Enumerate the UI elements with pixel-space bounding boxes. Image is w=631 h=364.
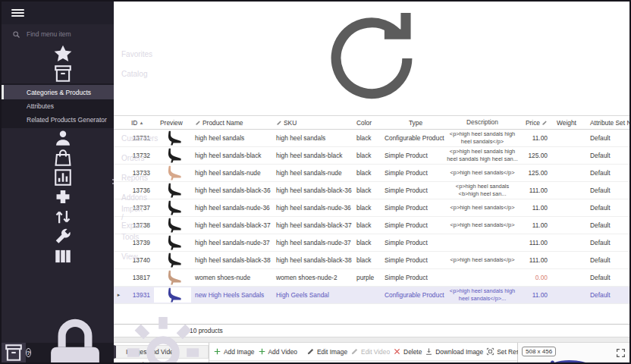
cell-attribute-set: Default [582, 239, 629, 246]
sidebar-item-tools[interactable]: Tools [2, 227, 114, 246]
add-video-button[interactable]: Add Video [258, 347, 298, 356]
edit-video-button[interactable]: Edit Video [350, 347, 390, 356]
table-row[interactable]: 13740 high heel sandals-black-38 high he… [114, 252, 629, 269]
table-row[interactable]: 13732 high heel sandals-black high heel … [114, 147, 629, 165]
cell-type: Simple Product [381, 221, 447, 229]
cell-type: Simple Product [381, 187, 447, 194]
import-export-arrows-icon [12, 207, 114, 227]
sidebar-item-view[interactable]: View [2, 246, 114, 266]
cell-sku: high heel sandals-black-37 [273, 221, 355, 229]
sidebar-item-reports[interactable]: Reports [2, 168, 114, 187]
sidebar-search[interactable]: Find menu item [2, 24, 114, 44]
table-row[interactable]: 13733 high heel sandals-nude high heel s… [114, 165, 629, 182]
sidebar-item-related-products-generator[interactable]: Related Products Generator [2, 113, 114, 127]
cell-price: 11.00 [518, 204, 551, 212]
shoe-thumbnail [164, 200, 182, 215]
plus-icon [258, 347, 266, 356]
cell-product-name: high heel sandals-nude-36 [191, 204, 273, 212]
sidebar-item-customers[interactable]: Customers [2, 128, 114, 148]
cell-preview [154, 130, 191, 146]
sidebar-item-addons[interactable]: Addons [2, 187, 114, 207]
column-header-description[interactable]: Description [447, 118, 518, 127]
cell-sku: high heel sandals-nude-36 [273, 204, 355, 212]
sidebar-item-label: Categories & Products [27, 89, 91, 96]
shoe-thumbnail [164, 218, 182, 233]
delete-image-button[interactable]: Delete [393, 347, 422, 356]
column-header-type[interactable]: Type [381, 119, 447, 127]
cell-price: 111.00 [518, 239, 551, 246]
column-header-weight[interactable]: Weight [551, 119, 582, 127]
cell-product-name: high heel sandals-black-37 [191, 221, 273, 229]
wrench-icon [12, 227, 114, 246]
cell-description: <p>high heel sandals</p> [447, 169, 518, 177]
cell-type: Simple Product [381, 169, 447, 177]
table-row[interactable]: 13739 high heel sandals-nude-37 high hee… [114, 234, 629, 252]
cell-color: black [355, 239, 381, 246]
sidebar-item-label: Orders [121, 154, 145, 162]
cell-description: <p>high heel sandals</p> [447, 221, 518, 229]
sidebar-item-orders[interactable]: Orders [2, 148, 114, 168]
search-icon [12, 30, 20, 39]
download-image-button[interactable]: Download Image [425, 347, 483, 356]
fullscreen-icon[interactable] [616, 348, 626, 358]
images-panel: Add Image Add Video Edit Image Edit Vide… [209, 343, 518, 362]
cell-attribute-set: Default [582, 256, 629, 264]
column-header-sku[interactable]: SKU [273, 119, 355, 127]
sidebar-item-import-export[interactable]: Import / Export [2, 207, 114, 227]
sidebar-footer: ? [2, 343, 114, 362]
lock-button[interactable] [31, 296, 119, 364]
table-row[interactable]: 13738 high heel sandals-black-37 high he… [114, 217, 629, 234]
bar-chart-icon [12, 168, 114, 187]
cell-preview [154, 270, 191, 285]
sidebar-item-label: Import / Export [121, 205, 143, 230]
sidebar-item-label: Addons [121, 193, 147, 202]
column-header-product-name[interactable]: Product Name [191, 119, 273, 127]
cell-attribute-set: Default [582, 152, 629, 159]
edit-image-button[interactable]: Edit Image [306, 347, 347, 356]
cell-type: Simple Product [381, 152, 447, 159]
cell-product-name: high heel sandals-black-38 [191, 256, 273, 264]
sidebar-resize-handle[interactable] [111, 174, 115, 188]
cell-price: 11.00 [518, 134, 551, 142]
cell-preview [154, 165, 191, 180]
sidebar-item-favorites[interactable]: Favorites [2, 44, 114, 64]
sidebar-item-attributes[interactable]: Attributes [2, 99, 114, 113]
catalog-mode-button[interactable] [2, 343, 26, 362]
cell-attribute-set: Default [582, 169, 629, 177]
cell-sku: high heel sandals-nude-37 [273, 239, 355, 246]
sidebar-item-categories-products[interactable]: Categories & Products [2, 85, 114, 99]
sidebar-item-label: Favorites [121, 50, 152, 58]
cell-color: black [355, 221, 381, 229]
cell-preview [154, 218, 191, 233]
add-image-button[interactable]: Add Image [213, 347, 255, 356]
refresh-button[interactable] [118, 2, 625, 115]
column-header-preview[interactable]: Preview [154, 119, 191, 127]
table-row[interactable]: 13737 high heel sandals-nude-36 high hee… [114, 199, 629, 217]
shoe-thumbnail [164, 148, 182, 163]
cell-preview [154, 253, 191, 268]
column-header-attribute-set[interactable]: Attribute Set Name [582, 119, 629, 127]
store-manager-window: Find menu item Favorites Catalog Categor… [0, 0, 631, 364]
table-row[interactable]: 13736 high heel sandals-black-36 high he… [114, 182, 629, 199]
table-row[interactable]: 13731 high heel sandals high heel sandal… [114, 130, 629, 147]
cell-product-name: high heel sandals-nude [191, 169, 273, 177]
catalog-box-icon [12, 64, 114, 83]
column-header-id[interactable]: ID▲ [124, 119, 154, 127]
settings-gear-button[interactable] [119, 296, 207, 364]
sidebar-item-catalog[interactable]: Catalog [2, 64, 114, 83]
sidebar: Find menu item Favorites Catalog Categor… [2, 2, 114, 362]
column-header-price[interactable]: Price [518, 119, 551, 127]
table-row[interactable]: 13817 women shoes-nude women shoes-nude-… [114, 269, 629, 287]
cell-price: 111.00 [518, 187, 551, 194]
columns-view-icon [12, 246, 114, 266]
help-button[interactable]: ? [26, 348, 31, 357]
column-header-color[interactable]: Color [355, 119, 381, 127]
hamburger-menu-icon[interactable] [11, 8, 24, 18]
cell-color: black [355, 169, 381, 177]
cell-price: 125.00 [518, 169, 551, 177]
sidebar-item-label: Attributes [27, 102, 54, 110]
cell-sku: high heel sandals-nude [273, 169, 355, 177]
star-icon [12, 44, 114, 64]
shoe-thumbnail [164, 130, 182, 146]
image-size-badge: 508 x 456 [522, 347, 556, 356]
